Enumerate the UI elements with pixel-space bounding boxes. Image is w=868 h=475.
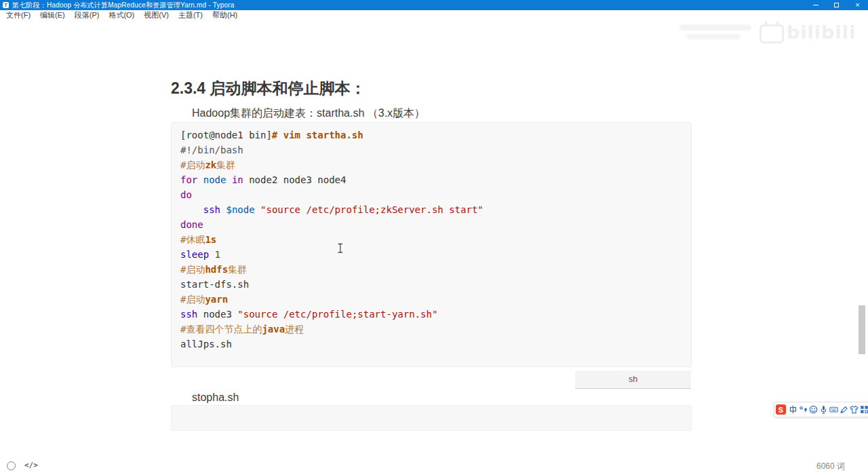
code-line[interactable]: #!/bin/bash <box>180 142 684 157</box>
code-line[interactable]: ssh $node "source /etc/profile;zkServer.… <box>180 202 684 217</box>
watermark-blurred-text <box>679 24 751 31</box>
title-bar: T 第七阶段：Hadoop 分布式计算MapReduce和资源管理Yarn.md… <box>0 0 868 10</box>
code-line[interactable]: #启动yarn <box>180 292 684 307</box>
toolbox-icon[interactable] <box>860 405 868 415</box>
code-line[interactable]: do <box>180 187 684 202</box>
menu-item-2[interactable]: 段落(P) <box>70 10 104 20</box>
soft-keyboard-icon[interactable] <box>829 405 839 415</box>
code-line[interactable]: allJps.sh <box>180 337 684 352</box>
outline-circle-icon[interactable] <box>7 461 16 470</box>
code-language-badge[interactable]: sh <box>575 370 691 389</box>
bilibili-watermark: bilibili <box>679 20 864 45</box>
paragraph-startha-3x[interactable]: Hadoop集群的启动建表：startha.sh （3.x版本） <box>192 107 425 121</box>
chinese-english-toggle-icon[interactable] <box>789 405 798 415</box>
code-line[interactable]: #查看四个节点上的java进程 <box>180 322 684 337</box>
menu-item-4[interactable]: 视图(V) <box>139 10 174 20</box>
sogou-logo-icon[interactable]: S <box>776 404 786 415</box>
typora-app-icon: T <box>3 2 9 8</box>
menu-bar: 文件(F)编辑(E)段落(P)格式(O)视图(V)主题(T)帮助(H) <box>0 10 868 20</box>
window-title: 第七阶段：Hadoop 分布式计算MapReduce和资源管理Yarn.md -… <box>12 1 234 10</box>
minimize-button[interactable] <box>805 0 826 10</box>
vertical-scrollbar-thumb[interactable] <box>859 305 865 354</box>
code-line[interactable]: #启动zk集群 <box>180 157 684 172</box>
paragraph-stopha[interactable]: stopha.sh <box>192 392 239 404</box>
typora-window: T 第七阶段：Hadoop 分布式计算MapReduce和资源管理Yarn.md… <box>0 0 868 475</box>
code-line[interactable]: for node in node2 node3 node4 <box>180 172 684 187</box>
code-line[interactable]: #休眠1s <box>180 232 684 247</box>
code-line[interactable]: ssh node3 "source /etc/profile;start-yar… <box>180 307 684 322</box>
close-icon: × <box>855 1 859 9</box>
bilibili-tv-icon <box>760 24 784 43</box>
code-line[interactable]: [root@node1 bin]# vim startha.sh <box>180 128 684 142</box>
restore-icon <box>834 3 839 7</box>
watermark-logo-text: bilibili <box>787 22 856 43</box>
punctuation-icon[interactable] <box>799 405 808 415</box>
minimize-icon <box>813 5 818 5</box>
word-count[interactable]: 6060 词 <box>816 461 845 472</box>
restore-button[interactable] <box>826 0 847 10</box>
code-line[interactable]: start-dfs.sh <box>180 277 684 292</box>
watermark-blurred-text <box>686 34 741 39</box>
window-controls: × <box>805 0 868 10</box>
code-line[interactable]: done <box>180 217 684 232</box>
section-heading[interactable]: 2.3.4 启动脚本和停止脚本： <box>171 78 366 99</box>
code-line[interactable]: sleep 1 <box>180 247 684 262</box>
menu-item-0[interactable]: 文件(F) <box>1 10 35 20</box>
code-lines: [root@node1 bin]# vim startha.sh#!/bin/b… <box>180 128 684 352</box>
code-line[interactable]: #启动hdfs集群 <box>180 262 684 277</box>
emoji-icon[interactable] <box>809 405 818 415</box>
sogou-ime-toolbar: S <box>774 402 868 417</box>
menu-item-3[interactable]: 格式(O) <box>104 10 139 20</box>
text-cursor-ibeam <box>337 243 344 254</box>
code-block-startha[interactable]: [root@node1 bin]# vim startha.sh#!/bin/b… <box>171 122 692 367</box>
voice-input-icon[interactable] <box>819 405 829 415</box>
code-block-empty[interactable] <box>171 405 692 431</box>
source-code-mode-icon[interactable]: </> <box>24 461 38 470</box>
skin-icon[interactable] <box>850 405 859 415</box>
handwriting-icon[interactable] <box>840 405 849 415</box>
menu-item-1[interactable]: 编辑(E) <box>35 10 70 20</box>
close-button[interactable]: × <box>847 0 868 10</box>
menu-item-6[interactable]: 帮助(H) <box>208 10 242 20</box>
menu-item-5[interactable]: 主题(T) <box>174 10 208 20</box>
